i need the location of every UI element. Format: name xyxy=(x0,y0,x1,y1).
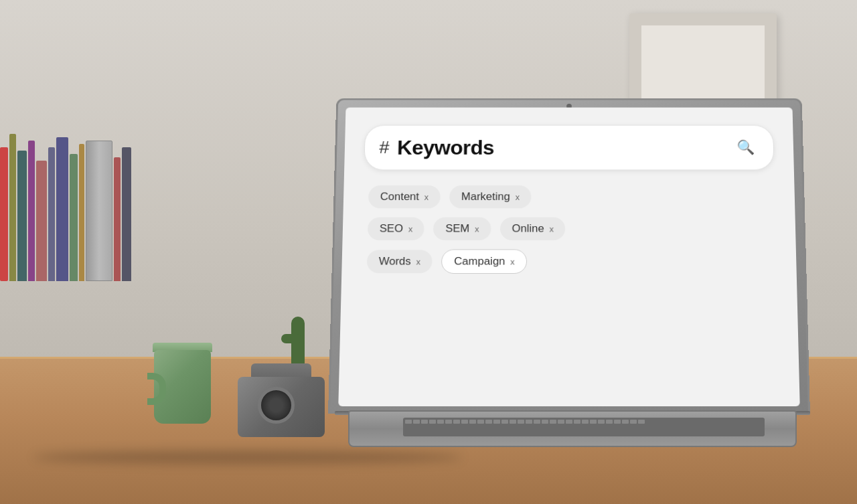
laptop-shadow xyxy=(33,450,462,464)
book-12 xyxy=(122,147,131,281)
book-7 xyxy=(56,137,68,281)
scene: # Keywords 🔍 Content x xyxy=(0,0,857,504)
search-input-text: Keywords xyxy=(397,136,732,159)
key xyxy=(622,420,629,424)
book-11 xyxy=(114,157,121,281)
book-3 xyxy=(17,151,27,281)
search-icon[interactable]: 🔍 xyxy=(731,135,759,161)
tags-row-3: Words x Campaign x xyxy=(367,249,772,274)
tags-row-1: Content x Marketing x xyxy=(368,185,770,208)
laptop-base xyxy=(348,410,797,447)
key xyxy=(606,420,613,424)
key xyxy=(590,420,597,424)
key xyxy=(542,420,548,424)
key xyxy=(598,420,605,424)
key xyxy=(485,420,492,424)
tag-content[interactable]: Content x xyxy=(368,185,441,208)
key xyxy=(405,420,412,424)
key xyxy=(493,420,500,424)
key xyxy=(630,420,637,424)
tag-campaign-label: Campaign xyxy=(454,255,505,268)
tag-seo-close[interactable]: x xyxy=(408,224,413,234)
book-2 xyxy=(9,134,16,281)
key xyxy=(437,420,444,424)
hash-symbol: # xyxy=(379,137,390,157)
tag-online-label: Online xyxy=(512,222,544,235)
tag-content-label: Content xyxy=(380,191,419,203)
tag-words[interactable]: Words x xyxy=(367,250,433,273)
camera-body xyxy=(238,377,325,437)
tag-words-close[interactable]: x xyxy=(416,256,421,266)
tag-marketing-close[interactable]: x xyxy=(516,192,520,201)
key xyxy=(534,420,540,424)
laptop-screen-outer: # Keywords 🔍 Content x xyxy=(328,98,810,414)
cactus-arm xyxy=(281,334,301,343)
laptop: # Keywords 🔍 Content x xyxy=(328,92,817,447)
book-6 xyxy=(48,147,55,281)
key xyxy=(461,420,468,424)
book-10 xyxy=(86,141,112,281)
cactus-body xyxy=(291,317,305,370)
key xyxy=(469,420,476,424)
tag-online[interactable]: Online x xyxy=(500,218,566,240)
key xyxy=(558,420,564,424)
key xyxy=(614,420,621,424)
laptop-keyboard xyxy=(403,418,765,436)
key xyxy=(445,420,452,424)
key xyxy=(413,420,420,424)
tag-sem-close[interactable]: x xyxy=(475,224,479,234)
book-1 xyxy=(0,147,8,281)
key xyxy=(477,420,484,424)
key xyxy=(429,420,436,424)
book-4 xyxy=(28,141,35,281)
search-bar[interactable]: # Keywords 🔍 xyxy=(364,125,774,171)
tag-sem[interactable]: SEM x xyxy=(433,218,491,240)
camera xyxy=(238,363,331,437)
key xyxy=(550,420,556,424)
tags-row-2: SEO x SEM x Online x xyxy=(368,218,771,240)
tags-area: Content x Marketing x SEO xyxy=(362,181,777,277)
tag-campaign[interactable]: Campaign x xyxy=(441,249,527,274)
key xyxy=(518,420,524,424)
key xyxy=(501,420,508,424)
key xyxy=(574,420,580,424)
tag-online-close[interactable]: x xyxy=(549,224,553,234)
books-shelf xyxy=(0,94,187,281)
tag-marketing[interactable]: Marketing x xyxy=(449,185,531,208)
key xyxy=(453,420,460,424)
key xyxy=(566,420,572,424)
laptop-screen: # Keywords 🔍 Content x xyxy=(338,108,799,406)
book-9 xyxy=(79,144,84,281)
mug xyxy=(147,337,221,424)
camera-lens xyxy=(258,387,295,424)
key xyxy=(421,420,428,424)
cactus xyxy=(281,290,315,370)
tag-content-close[interactable]: x xyxy=(424,192,429,201)
tag-seo-label: SEO xyxy=(380,222,404,235)
book-5 xyxy=(36,161,47,281)
tag-sem-label: SEM xyxy=(445,222,469,235)
tag-words-label: Words xyxy=(379,255,411,268)
key xyxy=(510,420,516,424)
book-8 xyxy=(70,154,78,281)
screen-content: # Keywords 🔍 Content x xyxy=(338,108,799,406)
key xyxy=(638,420,645,424)
key xyxy=(582,420,589,424)
key xyxy=(526,420,532,424)
tag-marketing-label: Marketing xyxy=(461,191,510,203)
tag-seo[interactable]: SEO x xyxy=(368,218,424,240)
tag-campaign-close[interactable]: x xyxy=(510,256,514,266)
